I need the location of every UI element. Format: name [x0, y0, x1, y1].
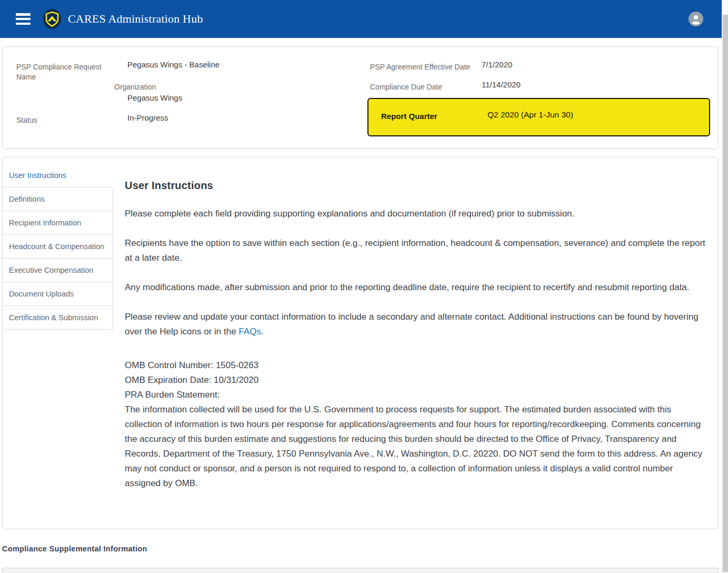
- tab-document-uploads[interactable]: Document Uploads: [3, 282, 113, 305]
- tab-certification-submission[interactable]: Certification & Submission: [3, 305, 113, 330]
- tab-executive-compensation[interactable]: Executive Compensation: [3, 258, 113, 282]
- app-header: CARES Administration Hub: [0, 0, 722, 38]
- instruction-paragraph-2: Recipients have the option to save withi…: [125, 236, 709, 265]
- cares-shield-logo-icon: [43, 8, 62, 29]
- report-quarter-label: Report Quarter: [381, 112, 437, 121]
- supplemental-panel-header: [2, 568, 719, 573]
- report-quarter-highlight-box: Report Quarter Q2 2020 (Apr 1-Jun 30): [367, 98, 710, 136]
- due-date-value: 11/14/2020: [482, 80, 521, 89]
- request-name-value: Pegasus Wings - Baseline: [127, 60, 220, 69]
- effective-date-value: 7/1/2020: [482, 60, 512, 69]
- compliance-summary-panel: PSP Compliance Request Name Pegasus Wing…: [2, 46, 719, 149]
- tab-recipient-information[interactable]: Recipient Information: [3, 211, 113, 234]
- paragraph-4-period: .: [261, 327, 264, 337]
- app-title: CARES Administration Hub: [68, 12, 203, 26]
- tab-user-instructions[interactable]: User Instructions: [3, 164, 113, 187]
- instruction-paragraph-1: Please complete each field providing sup…: [125, 206, 709, 221]
- supplemental-section-title: Compliance Supplemental Information: [2, 545, 147, 553]
- user-instructions-content: User Instructions Please complete each f…: [113, 157, 718, 529]
- report-main-panel: User Instructions Definitions Recipient …: [2, 157, 719, 529]
- pra-burden-statement-text: The information collected will be used f…: [125, 402, 709, 491]
- section-tab-list: User Instructions Definitions Recipient …: [3, 157, 113, 529]
- effective-date-label: PSP Agreement Effective Date: [370, 62, 470, 72]
- tab-headcount-compensation[interactable]: Headcount & Compensation: [3, 234, 113, 258]
- report-quarter-value: Q2 2020 (Apr 1-Jun 30): [487, 110, 573, 120]
- omb-pra-block: OMB Control Number: 1505-0263 OMB Expira…: [125, 358, 709, 491]
- page-scrollbar[interactable]: [722, 0, 728, 573]
- organization-label: Organization: [114, 82, 156, 92]
- status-label: Status: [16, 115, 37, 125]
- paragraph-4-text: Please review and update your contact in…: [125, 312, 699, 337]
- request-name-label: PSP Compliance Request Name: [16, 62, 106, 82]
- scrollbar-thumb[interactable]: [723, 15, 728, 572]
- user-avatar-icon[interactable]: [689, 12, 703, 26]
- status-value: In-Progress: [127, 113, 168, 122]
- organization-value: Pegasus Wings: [127, 93, 182, 102]
- omb-control-number: OMB Control Number: 1505-0263: [125, 358, 709, 373]
- due-date-label: Compliance Due Date: [370, 82, 442, 92]
- omb-expiration-date: OMB Expiration Date: 10/31/2020: [125, 373, 709, 388]
- tab-definitions[interactable]: Definitions: [3, 187, 113, 211]
- pra-burden-statement-label: PRA Burden Statement:: [125, 388, 709, 402]
- instruction-paragraph-3: Any modifications made, after submission…: [125, 280, 709, 295]
- hamburger-menu-icon[interactable]: [16, 13, 31, 25]
- faqs-link[interactable]: FAQs: [238, 327, 261, 337]
- content-heading: User Instructions: [125, 180, 709, 192]
- instruction-paragraph-4: Please review and update your contact in…: [125, 310, 709, 339]
